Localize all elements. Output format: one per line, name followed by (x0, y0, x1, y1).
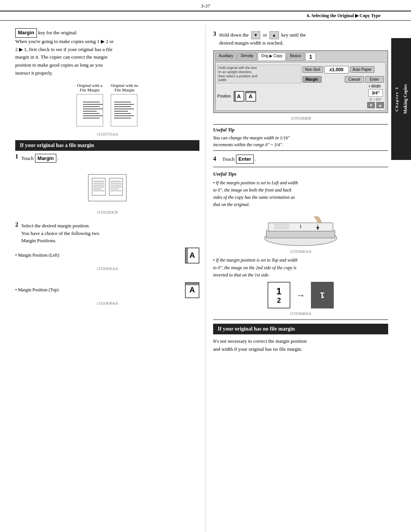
copier-instruction-text: Hold original with the textIn an upright… (217, 65, 301, 83)
divider2 (213, 320, 388, 320)
margin-button[interactable]: Margin (35, 154, 57, 163)
btn-cancel[interactable]: Cancel (345, 76, 364, 83)
diagram2-label: Original with noFile Margin (111, 83, 139, 92)
page-number: 3-37 (0, 0, 411, 11)
scanner-svg (259, 211, 342, 249)
up-arrow-button[interactable]: ▲ (269, 31, 279, 39)
copier-illustration (81, 171, 134, 209)
section-box-file-margin: If your original has a file margin (15, 140, 199, 151)
copier-counter: 1 (305, 53, 316, 61)
scanner-code: 1155O045AA (213, 249, 388, 254)
copier-row2: Position A A (217, 84, 384, 108)
label-position: Position (217, 94, 231, 98)
margin-left-label: • Margin Position (Left) (15, 252, 180, 258)
copier-ui: Auxiliary Density Orig ▶ Copy Basics 1 H… (213, 50, 388, 113)
diagram-code: 1155O735AA (15, 132, 199, 136)
btn-non-sort[interactable]: Non-Sort (303, 66, 323, 73)
side-tab-chapter: Chapter 3 (394, 86, 399, 111)
bullet1-text: • If the margin position is set to Left … (213, 179, 388, 209)
step4-content: Touch Enter . (222, 155, 256, 164)
width-display: 3/4″ (368, 89, 383, 97)
diagram1-label: Original with aFile Margin (76, 83, 103, 92)
tab-basics[interactable]: Basics (287, 53, 304, 61)
margin-left-diagram: A (185, 248, 199, 264)
useful-tips-title: Useful Tips (213, 171, 388, 177)
margin-key-box: Margin (15, 28, 37, 38)
step1-text: Touch Margin . (21, 155, 59, 161)
step3-container: 3 Hold down the ▼ or ▲ key until the des… (213, 31, 388, 46)
margin-key-description: Margin key for the original: When you're… (15, 28, 199, 77)
width-down-btn[interactable]: ▼ (367, 102, 375, 108)
inversion-diagram: 1 2 → 1 (213, 282, 388, 308)
tab-density[interactable]: Density (237, 53, 257, 61)
display-magnification: x1.000 (324, 66, 349, 73)
copier-row1: Hold original with the textIn an upright… (217, 65, 384, 83)
page-container: 3-37 6. Selecting the Original ▶ Copy Ty… (0, 0, 411, 532)
margin-position-top: • Margin Position (Top) A (15, 282, 199, 298)
side-tab-label: Making Copies (403, 84, 408, 114)
step1-content: Touch Margin . (21, 154, 199, 163)
scanner-illustration: 1155O045AA (213, 211, 388, 254)
down-arrow-button[interactable]: ▼ (251, 31, 261, 39)
left-column: Margin key for the original: When you're… (0, 24, 206, 532)
copier-arrows: ▼ ▲ (367, 102, 384, 108)
step1-number: 1 (15, 153, 18, 160)
useful-tip-title: Useful Tip (213, 127, 388, 133)
width-up-btn[interactable]: ▲ (376, 102, 384, 108)
step2-content: Select the desired margin position. You … (21, 222, 199, 244)
code-left: 1155O635AA (15, 267, 199, 271)
useful-tip: Useful Tip You can change the margin wid… (213, 124, 388, 151)
main-content: Margin key for the original: When you're… (0, 21, 411, 532)
step1-container: 1 Touch Margin . (15, 154, 199, 163)
page-before: 1 2 (268, 282, 290, 308)
code-top: 1155O636AA (15, 301, 199, 305)
useful-tips: Useful Tips • If the margin position is … (213, 171, 388, 316)
side-tab: Chapter 3 Making Copies (391, 38, 411, 160)
copier-tabs: Auxiliary Density Orig ▶ Copy Basics 1 (215, 53, 386, 61)
margin-position-left: • Margin Position (Left) A (15, 248, 199, 264)
step4-number: 4 (213, 155, 216, 162)
step2-container: 2 Select the desired margin position. Yo… (15, 222, 199, 244)
diagram-with-margin: Original with aFile Margin (76, 83, 103, 126)
margin-top-label: • Margin Position (Top) (15, 287, 180, 293)
width-range: 0 ~ 3/4″ (370, 97, 382, 101)
btn-auto-paper[interactable]: Auto Paper (350, 66, 374, 73)
step3-number: 3 (213, 30, 216, 37)
useful-tip-text: You can change the margin width in 1/16″… (213, 134, 388, 148)
margin-top-diagram: A (185, 282, 199, 298)
step4-container: 4 Touch Enter . (213, 155, 388, 164)
doc-without-margin (111, 94, 137, 126)
position-left-btn[interactable]: A (234, 91, 244, 102)
right-column: 3 Hold down the ▼ or ▲ key until the des… (206, 24, 411, 532)
copier-inner: Hold original with the textIn an upright… (215, 62, 386, 111)
svg-rect-16 (266, 230, 335, 238)
arrow-right-icon: → (296, 290, 305, 300)
tab-auxiliary[interactable]: Auxiliary (215, 53, 237, 61)
original-diagrams: Original with aFile Margin Original with… (15, 83, 199, 126)
no-margin-description: It's not necessary to correct the margin… (213, 337, 388, 353)
bullet2-text: • If the margin position is set to Top a… (213, 257, 388, 279)
btn-margin[interactable]: Margin (303, 76, 322, 83)
tab-orig-copy[interactable]: Orig ▶ Copy (258, 53, 286, 61)
btn-enter[interactable]: Enter (365, 76, 384, 83)
label-width: • Width (369, 84, 381, 88)
step3-content: Hold down the ▼ or ▲ key until the desir… (219, 31, 388, 46)
section-header: 6. Selecting the Original ▶ Copy Type (0, 11, 411, 21)
doc-with-margin (76, 94, 103, 126)
center-image-code: 1155O283CB (81, 210, 134, 214)
page-after: 1 (311, 282, 334, 308)
enter-button[interactable]: Enter (236, 155, 254, 164)
divider1 (213, 167, 388, 167)
step2-text: Select the desired margin position. You … (21, 222, 199, 244)
ui-code: 1155O284EB (213, 116, 388, 120)
section-box-no-margin: If your original has no file margin (213, 324, 388, 334)
inversion-code: 1155O046AA (213, 312, 388, 316)
diagram-without-margin: Original with noFile Margin (111, 83, 139, 126)
position-top-btn[interactable]: A (245, 91, 256, 102)
step2-number: 2 (15, 221, 18, 228)
